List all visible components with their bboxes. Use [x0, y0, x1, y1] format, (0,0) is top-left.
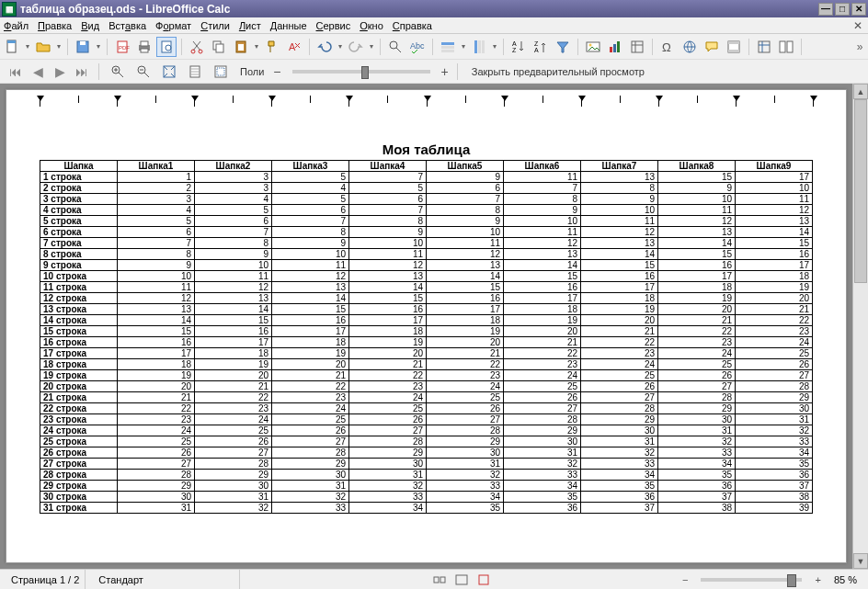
table-row: 14 строка141516171819202122 [40, 315, 813, 326]
toolbar-overflow-icon[interactable]: » [853, 40, 866, 53]
comment-icon[interactable] [702, 37, 722, 57]
margins-icon[interactable] [211, 62, 231, 82]
cell: 14 [427, 271, 504, 282]
open-dropdown-icon[interactable]: ▾ [55, 42, 63, 51]
copies-label: Поли [240, 66, 264, 77]
cell: 8 [118, 249, 195, 260]
undo-dropdown-icon[interactable]: ▾ [337, 42, 344, 51]
redo-icon[interactable] [346, 37, 366, 57]
paste-icon[interactable] [231, 37, 251, 57]
spellcheck-icon[interactable]: Abc [407, 37, 428, 57]
cut-icon[interactable] [187, 37, 207, 57]
cell: 18 [658, 282, 736, 293]
pivot-icon[interactable] [627, 37, 647, 57]
menu-файл[interactable]: Файл [4, 20, 29, 31]
doc-close-icon[interactable]: ✕ [851, 19, 864, 32]
menu-сервис[interactable]: Сервис [316, 20, 351, 31]
header-footer-icon[interactable] [724, 37, 744, 57]
special-char-icon[interactable]: Ω [657, 37, 678, 57]
copies-minus-icon[interactable]: − [273, 64, 280, 79]
print-preview-icon[interactable] [156, 37, 177, 57]
full-screen-icon[interactable] [159, 62, 179, 82]
prev-page-icon[interactable]: ◀ [29, 63, 46, 80]
new-doc-icon[interactable] [2, 37, 22, 57]
cell: 16 [427, 293, 504, 304]
cell: 6 [118, 227, 195, 238]
export-pdf-icon[interactable]: PDF [112, 37, 132, 57]
cell: 14 [736, 227, 813, 238]
zoom-in-status-icon[interactable]: + [815, 574, 820, 585]
zoom-out-icon[interactable] [133, 62, 154, 82]
row-header: 20 строка [40, 381, 118, 392]
clone-format-icon[interactable] [262, 37, 282, 57]
copy-icon[interactable] [209, 37, 229, 57]
paste-dropdown-icon[interactable]: ▾ [253, 42, 260, 51]
cell: 36 [581, 492, 658, 503]
next-page-icon[interactable]: ▶ [51, 63, 68, 80]
insert-chart-icon[interactable] [605, 37, 625, 57]
maximize-button[interactable]: □ [835, 3, 850, 16]
menu-формат[interactable]: Формат [155, 20, 191, 31]
cell: 33 [736, 436, 813, 447]
menu-правка[interactable]: Правка [38, 20, 72, 31]
sort-desc-icon[interactable]: ZA [531, 37, 551, 57]
menu-справка[interactable]: Справка [393, 20, 432, 31]
svg-rect-25 [482, 40, 485, 53]
cell: 10 [427, 227, 504, 238]
cell: 8 [504, 194, 581, 205]
hyperlink-icon[interactable] [680, 37, 700, 57]
scroll-down-icon[interactable]: ▼ [853, 553, 868, 569]
close-preview-link[interactable]: Закрыть предварительный просмотр [472, 66, 645, 77]
scroll-thumb[interactable] [854, 99, 867, 283]
cell: 37 [658, 492, 736, 503]
freeze-icon[interactable] [754, 37, 774, 57]
insert-mode-icon[interactable] [432, 573, 447, 586]
undo-icon[interactable] [314, 37, 335, 57]
format-page-icon[interactable] [185, 62, 205, 82]
first-page-icon[interactable]: ⏮ [7, 63, 24, 80]
vertical-scrollbar[interactable]: ▲ ▼ [852, 84, 868, 569]
find-icon[interactable] [385, 37, 405, 57]
row-dropdown-icon[interactable]: ▾ [460, 42, 467, 51]
cell: 33 [427, 481, 504, 492]
redo-dropdown-icon[interactable]: ▾ [368, 42, 375, 51]
split-window-icon[interactable] [776, 37, 796, 57]
table-row: 9 строка91011121314151617 [40, 260, 813, 271]
new-doc-dropdown-icon[interactable]: ▾ [24, 42, 31, 51]
zoom-in-icon[interactable] [108, 62, 128, 82]
scroll-up-icon[interactable]: ▲ [853, 84, 868, 99]
cell: 5 [118, 216, 195, 227]
column-icon[interactable] [469, 37, 489, 57]
cell: 10 [118, 271, 195, 282]
copies-plus-icon[interactable]: + [441, 64, 449, 79]
copies-slider[interactable] [292, 70, 430, 74]
cell: 17 [736, 260, 813, 271]
zoom-out-status-icon[interactable]: − [682, 574, 688, 585]
row-icon[interactable] [438, 37, 458, 57]
menu-лист[interactable]: Лист [239, 20, 261, 31]
selection-mode-icon[interactable] [454, 573, 469, 586]
clear-format-icon[interactable]: A [284, 37, 304, 57]
save-dropdown-icon[interactable]: ▾ [95, 42, 102, 51]
open-icon[interactable] [33, 37, 53, 57]
autofilter-icon[interactable] [553, 37, 573, 57]
last-page-icon[interactable]: ⏭ [74, 63, 90, 80]
insert-image-icon[interactable] [583, 37, 603, 57]
menu-вставка[interactable]: Вставка [108, 20, 146, 31]
minimize-button[interactable]: — [818, 3, 833, 16]
save-icon[interactable] [73, 37, 93, 57]
row-header: 12 строка [40, 293, 118, 304]
signature-icon[interactable] [476, 573, 491, 586]
zoom-slider[interactable] [701, 578, 802, 582]
column-dropdown-icon[interactable]: ▾ [491, 42, 498, 51]
cell: 17 [118, 348, 195, 359]
close-button[interactable]: ✕ [851, 3, 866, 16]
menu-стили[interactable]: Стили [200, 20, 230, 31]
print-icon[interactable] [134, 37, 154, 57]
menu-вид[interactable]: Вид [81, 20, 99, 31]
sort-asc-icon[interactable]: AZ [508, 37, 529, 57]
cell: 16 [736, 249, 813, 260]
menu-данные[interactable]: Данные [270, 20, 307, 31]
menu-окно[interactable]: Окно [360, 20, 383, 31]
cell: 24 [349, 392, 427, 403]
